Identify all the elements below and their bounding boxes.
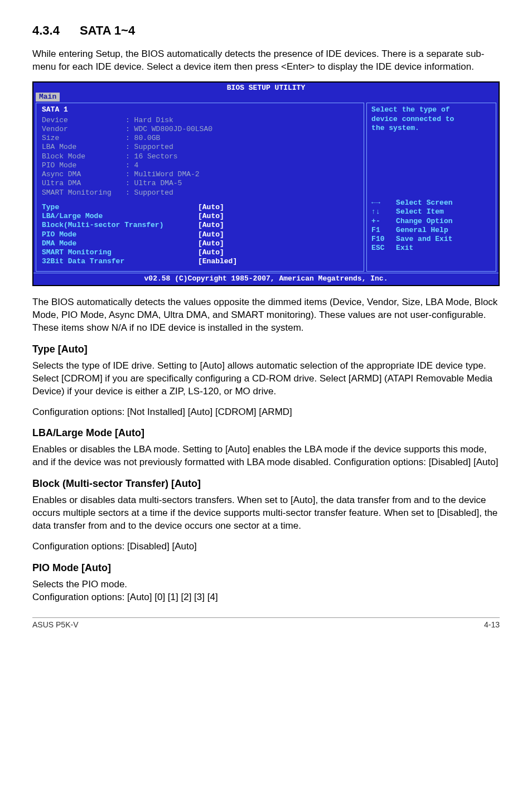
bios-hint-line: Select the type of <box>371 105 491 114</box>
bios-info-row: Block Mode: 16 Sectors <box>42 152 358 161</box>
bios-info-row: Ultra DMA: Ultra DMA-5 <box>42 179 358 188</box>
bios-field-row[interactable]: SMART Monitoring[Auto] <box>42 248 358 257</box>
bios-info-row: Vendor: WDC WD800JD-00LSA0 <box>42 125 358 134</box>
bios-right-panel: Select the type of device connected to t… <box>366 103 496 271</box>
bios-field-row[interactable]: 32Bit Data Transfer[Enabled] <box>42 257 358 266</box>
after-bios-paragraph: The BIOS automatically detects the value… <box>32 296 500 335</box>
bios-info-row: Device: Hard Disk <box>42 116 358 125</box>
bios-left-panel: SATA 1 Device: Hard Disk Vendor: WDC WD8… <box>36 103 364 271</box>
block-options: Configuration options: [Disabled] [Auto] <box>32 540 500 553</box>
bios-panel-title: SATA 1 <box>42 105 358 114</box>
block-heading: Block (Multi-sector Transfer) [Auto] <box>32 478 500 490</box>
bios-field-row[interactable]: DMA Mode[Auto] <box>42 239 358 248</box>
bios-title: BIOS SETUP UTILITY <box>33 83 499 93</box>
bios-footer: v02.58 (C)Copyright 1985-2007, American … <box>33 273 499 285</box>
bios-help-row: +-Change Option <box>371 217 491 226</box>
bios-info-row: PIO Mode: 4 <box>42 161 358 170</box>
page-footer: ASUS P5K-V 4-13 <box>32 617 500 629</box>
section-heading: 4.3.4SATA 1~4 <box>32 23 500 38</box>
footer-page-number: 4-13 <box>484 620 500 629</box>
bios-info-row: SMART Monitoring: Supported <box>42 189 358 197</box>
bios-help-row: F10Save and Exit <box>371 235 491 244</box>
bios-screenshot: BIOS SETUP UTILITY Main SATA 1 Device: H… <box>32 81 500 286</box>
lba-paragraph: Enables or disables the LBA mode. Settin… <box>32 443 500 469</box>
bios-field-row[interactable]: LBA/Large Mode[Auto] <box>42 212 358 221</box>
type-options: Configuration options: [Not Installed] [… <box>32 406 500 419</box>
bios-help-row: ESCExit <box>371 244 491 253</box>
pio-options: Configuration options: [Auto] [0] [1] [2… <box>32 591 500 604</box>
type-heading: Type [Auto] <box>32 344 500 355</box>
arrows-lr-icon: ←→ <box>371 199 396 207</box>
intro-paragraph: While entering Setup, the BIOS automatic… <box>32 48 500 74</box>
bios-info-row: Async DMA: MultiWord DMA-2 <box>42 170 358 179</box>
section-title: SATA 1~4 <box>80 23 135 37</box>
arrows-ud-icon: ↑↓ <box>371 207 396 216</box>
bios-tab-row: Main <box>33 93 499 103</box>
pio-paragraph: Selects the PIO mode. <box>32 578 500 591</box>
bios-help-row: F1General Help <box>371 226 491 235</box>
bios-info-row: LBA Mode: Supported <box>42 143 358 152</box>
section-number: 4.3.4 <box>32 23 60 37</box>
footer-left: ASUS P5K-V <box>32 620 78 629</box>
type-paragraph: Selects the type of IDE drive. Setting t… <box>32 360 500 398</box>
bios-field-row[interactable]: PIO Mode[Auto] <box>42 230 358 239</box>
pio-heading: PIO Mode [Auto] <box>32 562 500 574</box>
bios-field-row[interactable]: Block(Multi-sector Transfer)[Auto] <box>42 221 358 230</box>
bios-hint-line: device connected to <box>371 115 491 124</box>
bios-help-row: ←→Select Screen <box>371 199 491 207</box>
bios-tab-main[interactable]: Main <box>36 93 60 102</box>
bios-field-row[interactable]: Type[Auto] <box>42 203 358 212</box>
lba-heading: LBA/Large Mode [Auto] <box>32 427 500 439</box>
bios-info-row: Size: 80.0GB <box>42 134 358 143</box>
bios-help-row: ↑↓Select Item <box>371 207 491 216</box>
bios-hint-line: the system. <box>371 124 491 133</box>
block-paragraph: Enables or disables data multi-sectors t… <box>32 494 500 533</box>
